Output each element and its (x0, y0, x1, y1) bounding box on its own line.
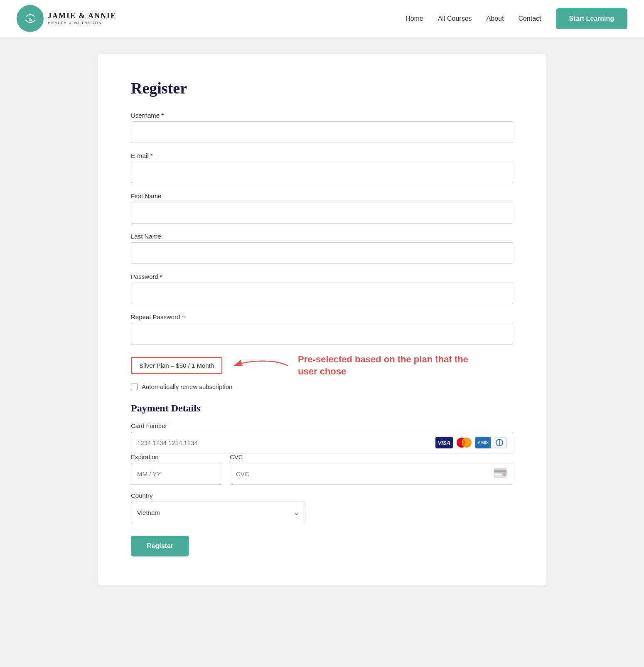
card-number-input-wrap: VISA AMEX (131, 432, 513, 453)
cvc-card-icon: 12 (494, 468, 507, 480)
expiry-input[interactable] (137, 470, 216, 477)
username-group: Username * (131, 112, 513, 143)
register-card: Register Username * E-mail * First Name … (98, 54, 546, 586)
visa-icon: VISA (435, 437, 453, 448)
expiry-label: Expiration (131, 453, 222, 460)
payment-section: Payment Details Card number VISA (131, 403, 513, 556)
card-icons: VISA AMEX (435, 437, 507, 448)
first-name-group: First Name (131, 192, 513, 224)
svg-text:12: 12 (503, 474, 506, 476)
svg-rect-9 (494, 470, 506, 473)
cvc-input-wrap: 12 (230, 463, 513, 485)
expiry-input-wrap (131, 463, 222, 485)
diners-icon (494, 437, 507, 448)
plan-annotation-row: Silver Plan – $50 / 1 Month Pre-selected… (131, 354, 513, 377)
cvc-input[interactable] (236, 470, 494, 477)
email-group: E-mail * (131, 152, 513, 183)
annotation-arrow-area (226, 357, 292, 374)
password-input[interactable] (131, 283, 513, 304)
nav-contact[interactable]: Contact (518, 15, 541, 22)
country-label: Country (131, 492, 513, 499)
last-name-label: Last Name (131, 233, 513, 240)
auto-renew-checkbox[interactable] (131, 384, 138, 390)
expiry-group: Expiration (131, 453, 222, 485)
password-label: Password * (131, 273, 513, 280)
first-name-label: First Name (131, 192, 513, 199)
plan-selector[interactable]: Silver Plan – $50 / 1 Month (131, 357, 222, 374)
card-number-input[interactable] (137, 439, 435, 446)
logo-circle: & (17, 5, 44, 32)
page-background: Register Username * E-mail * First Name … (0, 37, 644, 667)
logo-icon: & (20, 8, 41, 29)
logo-main-text: JAMIE & ANNIE (48, 12, 116, 21)
first-name-input[interactable] (131, 202, 513, 224)
username-label: Username * (131, 112, 513, 119)
nav-home[interactable]: Home (406, 15, 423, 22)
mastercard-icon (455, 437, 473, 448)
email-input[interactable] (131, 162, 513, 183)
repeat-password-group: Repeat Password * (131, 313, 513, 345)
amex-icon: AMEX (475, 437, 491, 448)
card-number-label: Card number (131, 422, 513, 429)
country-select[interactable]: Vietnam United States United Kingdom Aus… (137, 509, 294, 516)
svg-text:&: & (28, 17, 32, 22)
start-learning-button[interactable]: Start Learning (556, 8, 627, 29)
email-label: E-mail * (131, 152, 513, 159)
logo: & JAMIE & ANNIE HEALTH & NUTRITION (17, 5, 116, 32)
last-name-input[interactable] (131, 242, 513, 264)
payment-title: Payment Details (131, 403, 513, 414)
annotation-arrow-icon (226, 357, 292, 374)
header: & JAMIE & ANNIE HEALTH & NUTRITION Home … (0, 0, 644, 37)
main-nav: Home All Courses About Contact Start Lea… (406, 8, 627, 29)
svg-rect-10 (495, 474, 501, 475)
register-button[interactable]: Register (131, 536, 189, 556)
cvc-group: CVC 12 (230, 453, 513, 485)
nav-about[interactable]: About (487, 15, 504, 22)
auto-renew-label: Automatically renew subscription (142, 383, 232, 390)
expiry-cvc-row: Expiration CVC (131, 453, 513, 485)
cvc-label: CVC (230, 453, 513, 460)
card-number-group: Card number VISA (131, 422, 513, 453)
logo-text: JAMIE & ANNIE HEALTH & NUTRITION (48, 12, 116, 25)
username-input[interactable] (131, 121, 513, 143)
country-group: Country Vietnam United States United Kin… (131, 492, 513, 523)
repeat-password-input[interactable] (131, 323, 513, 345)
plan-annotation-text: Pre-selected based on the plan that the … (298, 354, 472, 377)
last-name-group: Last Name (131, 233, 513, 264)
repeat-password-label: Repeat Password * (131, 313, 513, 320)
auto-renew-row: Automatically renew subscription (131, 383, 513, 390)
country-select-wrap: Vietnam United States United Kingdom Aus… (131, 502, 305, 523)
logo-sub-text: HEALTH & NUTRITION (48, 21, 116, 25)
nav-all-courses[interactable]: All Courses (438, 15, 472, 22)
form-title: Register (131, 79, 513, 97)
password-group: Password * (131, 273, 513, 304)
chevron-down-icon: ⌄ (294, 509, 299, 517)
